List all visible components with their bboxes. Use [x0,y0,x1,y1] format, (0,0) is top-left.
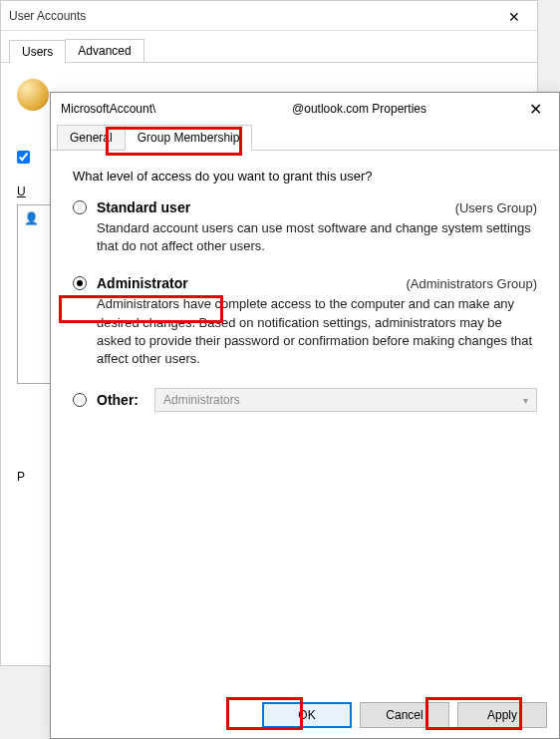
admin-group: (Administrators Group) [407,276,537,291]
dlg-title-suffix: @outlook.com Properties [292,102,426,116]
bg-window-title: User Accounts [9,9,86,23]
radio-other[interactable] [73,393,87,407]
bg-checkbox[interactable] [17,151,30,164]
properties-dialog: MicrosoftAccount\ @outlook.com Propertie… [50,92,560,739]
dlg-title: MicrosoftAccount\ @outlook.com Propertie… [61,102,426,116]
radio-standard[interactable] [73,200,87,214]
bg-tab-advanced[interactable]: Advanced [65,39,143,62]
standard-desc: Standard account users can use most soft… [97,219,537,255]
bg-close-button[interactable]: ✕ [497,7,531,27]
chevron-down-icon: ▾ [523,395,528,406]
bg-tabs: Users Advanced [1,31,537,63]
dlg-tabs: General Group Membership [51,125,559,151]
standard-group: (Users Group) [455,200,537,215]
user-avatar-icon [17,79,49,111]
dlg-content: What level of access do you want to gran… [51,151,559,424]
access-prompt: What level of access do you want to gran… [73,169,537,184]
other-label: Other: [97,392,139,408]
dlg-close-button[interactable]: ✕ [521,98,549,120]
radio-administrator[interactable] [73,276,87,290]
dlg-title-prefix: MicrosoftAccount\ [61,102,155,116]
tab-general[interactable]: General [57,125,126,151]
apply-button[interactable]: Apply [457,702,547,728]
option-other-row: Other: Administrators ▾ [73,388,537,412]
admin-desc: Administrators have complete access to t… [97,295,537,368]
bg-tab-users[interactable]: Users [9,40,66,63]
admin-label: Administrator [97,275,188,291]
standard-label: Standard user [97,199,190,215]
bg-titlebar: User Accounts ✕ [1,1,537,31]
dlg-titlebar: MicrosoftAccount\ @outlook.com Propertie… [51,93,559,125]
option-standard-row: Standard user (Users Group) [73,199,537,215]
tab-group-membership[interactable]: Group Membership [125,125,253,151]
dialog-button-row: OK Cancel Apply [262,702,547,728]
bg-user-icon: 👤 [24,211,39,225]
option-admin-row: Administrator (Administrators Group) [73,275,537,291]
cancel-button[interactable]: Cancel [360,702,449,728]
other-select[interactable]: Administrators ▾ [154,388,537,412]
ok-button[interactable]: OK [262,702,352,728]
other-select-value: Administrators [163,393,240,407]
